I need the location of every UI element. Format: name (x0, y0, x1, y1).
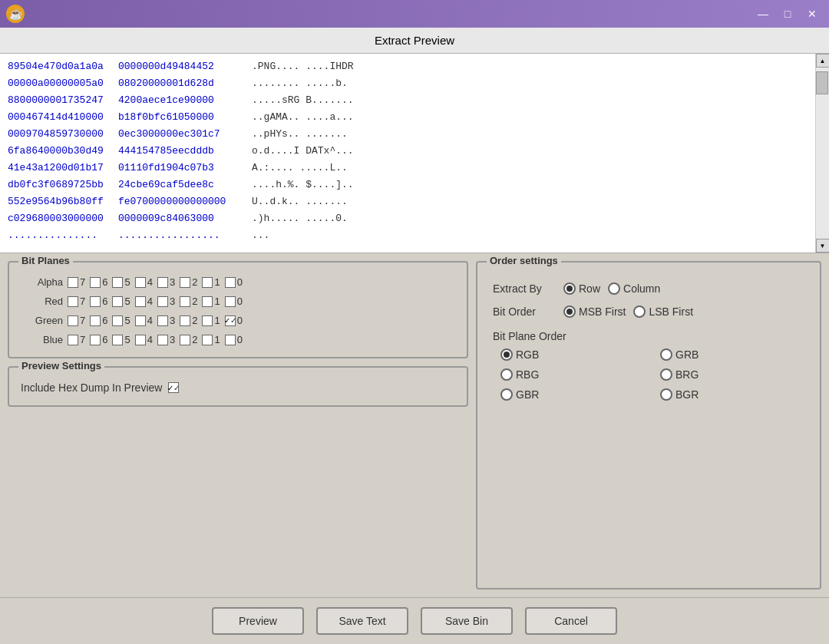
extract-by-option-column[interactable]: Column (608, 282, 660, 295)
bit-plane-order-option-bgr[interactable]: BGR (660, 388, 804, 401)
bit-checkbox-red-5[interactable] (112, 296, 123, 307)
scroll-up-button[interactable]: ▲ (816, 54, 830, 68)
bit-cell: 6 (90, 276, 107, 288)
bit-cell: 0 (225, 276, 243, 288)
bit-planes-title: Bit Planes (18, 255, 73, 266)
bit-cell: 1 (202, 276, 220, 288)
bit-plane-radio-gbr[interactable] (500, 388, 513, 401)
close-button[interactable]: ✕ (801, 5, 823, 22)
extract-by-radio-column[interactable] (608, 282, 620, 295)
radio-option-label: BGR (675, 388, 699, 401)
bit-cell: 7 (68, 296, 85, 307)
bit-plane-order-option-rbg[interactable]: RBG (500, 368, 645, 381)
right-panel: Order settings Extract By RowColumn Bit … (476, 261, 821, 590)
bit-checkbox-blue-4[interactable] (135, 335, 146, 345)
hex-address: 000467414d410000 (8, 109, 115, 126)
bit-plane-order-option-rgb[interactable]: RGB (500, 348, 645, 361)
save-bin-button[interactable]: Save Bin (421, 607, 513, 635)
bit-checkbox-alpha-0[interactable] (225, 277, 236, 288)
bit-checkbox-green-5[interactable] (112, 315, 123, 326)
include-hex-checkbox[interactable]: ✓ (168, 382, 179, 393)
bit-checkbox-green-0[interactable]: ✓ (225, 315, 236, 326)
bit-checkbox-alpha-3[interactable] (157, 277, 168, 288)
hex-bytes: b18f0bfc61050000 (118, 109, 249, 126)
bit-plane-order-section: Bit Plane Order RGBGRBRBGBRGGBRBGR (493, 330, 804, 401)
bit-checkbox-red-3[interactable] (157, 296, 168, 307)
hex-line: db0fc3f0689725bb 24cbe69caf5dee8c ....h.… (8, 177, 808, 193)
bit-checkbox-blue-1[interactable] (202, 335, 213, 345)
bit-order-row: Bit Order MSB FirstLSB First (493, 305, 804, 318)
bit-number-label: 4 (147, 276, 153, 288)
bit-checkbox-blue-0[interactable] (225, 335, 236, 345)
preview-button[interactable]: Preview (212, 607, 304, 635)
hex-ascii: .)h..... .....0. (252, 210, 348, 227)
bit-cell: 0 (225, 334, 243, 345)
bit-cell: 3 (157, 296, 175, 307)
left-panel: Bit Planes Alpha76543210Red76543210Green… (8, 261, 468, 590)
bit-order-radio-msb-first[interactable] (563, 305, 576, 318)
bit-checkbox-alpha-1[interactable] (202, 277, 213, 288)
bit-cell: 7 (68, 315, 85, 326)
bit-checkbox-red-1[interactable] (202, 296, 213, 307)
cancel-button[interactable]: Cancel (525, 607, 617, 635)
extract-by-radio-row[interactable] (563, 282, 576, 295)
maximize-button[interactable]: □ (777, 5, 798, 22)
extract-by-row: Extract By RowColumn (493, 282, 804, 295)
bit-row-label: Red (21, 296, 63, 307)
bit-checkbox-green-4[interactable] (135, 315, 146, 326)
bit-checkbox-green-3[interactable] (157, 315, 168, 326)
bit-checkbox-blue-2[interactable] (180, 335, 190, 345)
hex-line: 6fa8640000b30d49 444154785eecdddb o.d...… (8, 143, 808, 160)
save-text-button[interactable]: Save Text (316, 607, 408, 635)
bit-order-option-msb-first[interactable]: MSB First (563, 305, 626, 318)
bit-checkbox-alpha-5[interactable] (112, 277, 123, 288)
bit-checkbox-blue-5[interactable] (112, 335, 123, 345)
bit-cell: 4 (135, 334, 153, 345)
scroll-down-button[interactable]: ▼ (816, 239, 830, 253)
bit-cell: 6 (90, 296, 107, 307)
hex-address: 0009704859730000 (8, 126, 115, 143)
bit-order-option-lsb-first[interactable]: LSB First (633, 305, 693, 318)
hex-address: 6fa8640000b30d49 (8, 143, 115, 160)
bit-checkbox-alpha-7[interactable] (68, 277, 78, 288)
bit-checkbox-alpha-4[interactable] (135, 277, 146, 288)
hex-address: 00000a00000005a0 (8, 75, 115, 92)
bit-checkbox-alpha-6[interactable] (90, 277, 101, 288)
title-bar: ☕ — □ ✕ (0, 0, 829, 28)
bit-checkbox-green-6[interactable] (90, 315, 101, 326)
bit-checkbox-green-2[interactable] (180, 315, 190, 326)
bit-checkbox-blue-7[interactable] (68, 335, 78, 345)
extract-by-option-row[interactable]: Row (563, 282, 600, 295)
bit-checkbox-red-6[interactable] (90, 296, 101, 307)
bit-plane-order-option-brg[interactable]: BRG (660, 368, 804, 381)
bit-plane-order-option-grb[interactable]: GRB (660, 348, 804, 361)
bit-plane-radio-grb[interactable] (660, 348, 672, 361)
bit-plane-radio-brg[interactable] (660, 368, 672, 381)
bit-checkbox-red-7[interactable] (68, 296, 78, 307)
bit-plane-radio-rbg[interactable] (500, 368, 513, 381)
bit-cell: 1 (202, 315, 220, 326)
bit-checkbox-red-0[interactable] (225, 296, 236, 307)
bit-number-label: 7 (80, 315, 85, 326)
bit-checkbox-blue-3[interactable] (157, 335, 168, 345)
bit-plane-radio-bgr[interactable] (660, 388, 672, 401)
bit-plane-radio-rgb[interactable] (500, 348, 513, 361)
hex-ascii: ... (252, 227, 269, 244)
bit-cell: 2 (180, 315, 197, 326)
bit-checkbox-green-1[interactable] (202, 315, 213, 326)
scrollbar[interactable]: ▲ ▼ (815, 54, 829, 253)
bit-plane-order-option-gbr[interactable]: GBR (500, 388, 645, 401)
bit-checkbox-green-7[interactable] (68, 315, 78, 326)
hex-line: 552e9564b96b80ff fe0700000000000000 U..d… (8, 193, 808, 210)
bit-number-label: 4 (147, 296, 153, 307)
bit-checkbox-red-4[interactable] (135, 296, 146, 307)
bit-number-label: 0 (237, 315, 243, 326)
bit-checkbox-red-2[interactable] (180, 296, 190, 307)
minimize-button[interactable]: — (752, 5, 774, 22)
scroll-thumb[interactable] (816, 71, 828, 94)
bit-checkbox-blue-6[interactable] (90, 335, 101, 345)
scroll-track[interactable] (816, 68, 829, 239)
bit-checkbox-alpha-2[interactable] (180, 277, 190, 288)
bit-order-radio-lsb-first[interactable] (633, 305, 646, 318)
bit-number-label: 4 (147, 334, 153, 345)
